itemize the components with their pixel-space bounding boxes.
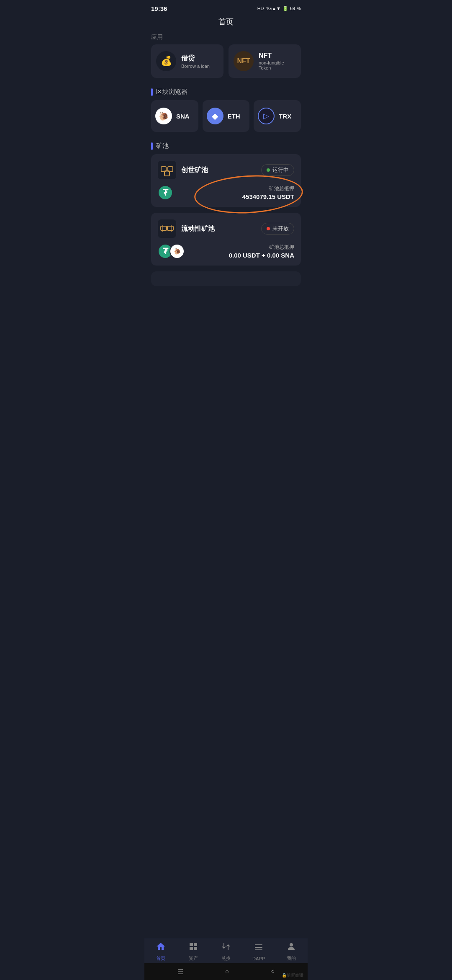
borrow-icon: 💰 (156, 51, 176, 71)
liquidity-pool-header: 流动性矿池 未开放 (158, 219, 294, 238)
genesis-pool-body: ₮ 矿池总抵押 4534079.15 USDT (158, 185, 294, 200)
liquidity-pool-body: ₮ 🐌 矿池总抵押 0.00 USDT + 0.00 SNA (158, 244, 294, 259)
nft-title: NFT (259, 52, 296, 59)
status-bar: 19:36 HD 4G▲▼ 🔋 69 % (144, 0, 308, 15)
borrow-card[interactable]: 💰 借贷 Borrow a loan (151, 44, 223, 78)
liquidity-total-label: 矿池总抵押 (229, 244, 294, 251)
app-cards-row: 💰 借贷 Borrow a loan NFT NFT non-fungible … (144, 44, 308, 85)
genesis-total-value: 4534079.15 USDT (242, 193, 294, 200)
hd-icon: HD (257, 6, 264, 11)
sna-icon: 🐌 (155, 108, 172, 124)
sna-token-icon: 🐌 (170, 244, 185, 259)
blockchain-cards-row: 🐌 SNA ◆ ETH ▷ TRX (144, 100, 308, 139)
borrow-title: 借贷 (181, 54, 210, 63)
trx-label: TRX (279, 113, 291, 120)
genesis-pool-status: 运行中 (261, 164, 294, 176)
liquidity-pool-total: 矿池总抵押 0.00 USDT + 0.00 SNA (229, 244, 294, 259)
pool-section: 创世矿池 运行中 ₮ 矿池总抵押 4534079.15 USDT (144, 154, 308, 286)
partial-section-label: 应用 (144, 32, 308, 44)
svg-rect-3 (161, 226, 167, 230)
blockchain-section-label: 区块浏览器 (144, 85, 308, 100)
genesis-pool-header: 创世矿池 运行中 (158, 161, 294, 179)
eth-icon: ◆ (207, 108, 223, 124)
sna-label: SNA (176, 113, 190, 120)
liquidity-total-value: 0.00 USDT + 0.00 SNA (229, 252, 294, 259)
liquidity-pool-status: 未开放 (261, 223, 294, 235)
genesis-pool-name: 创世矿池 (181, 166, 208, 175)
genesis-status-dot (267, 168, 270, 172)
status-icons: HD 4G▲▼ 🔋 69 % (257, 6, 301, 11)
trx-blockchain-card[interactable]: ▷ TRX (254, 100, 301, 132)
battery-icon: 🔋 (282, 6, 288, 11)
mining-section-label: 矿池 (144, 139, 308, 154)
nft-icon: NFT (234, 51, 254, 71)
genesis-pool-icon (158, 161, 176, 179)
sna-blockchain-card[interactable]: 🐌 SNA (151, 100, 198, 132)
genesis-token-icons: ₮ (158, 185, 173, 200)
liquidity-status-dot (267, 227, 270, 230)
liquidity-pool-name: 流动性矿池 (181, 224, 215, 233)
eth-label: ETH (228, 113, 240, 120)
signal-icon: 4G▲▼ (266, 6, 281, 11)
genesis-pool-total: 矿池总抵押 4534079.15 USDT (242, 185, 294, 200)
partial-pool-card (151, 271, 301, 286)
liquidity-pool-card[interactable]: 流动性矿池 未开放 ₮ 🐌 矿池总抵押 0.00 USDT + 0.00 SNA (151, 213, 301, 266)
usdt-token-icon: ₮ (158, 185, 173, 200)
page-title: 首页 (144, 15, 308, 32)
battery-level: 69 (290, 6, 295, 11)
svg-rect-4 (167, 226, 173, 230)
trx-icon: ▷ (258, 108, 275, 124)
eth-blockchain-card[interactable]: ◆ ETH (203, 100, 250, 132)
borrow-subtitle: Borrow a loan (181, 64, 210, 69)
genesis-total-label: 矿池总抵押 (242, 185, 294, 192)
liquidity-token-icons: ₮ 🐌 (158, 244, 185, 259)
nft-subtitle: non-fungible Token (259, 60, 296, 70)
liquidity-pool-icon (158, 219, 176, 238)
status-time: 19:36 (151, 5, 167, 12)
genesis-pool-card[interactable]: 创世矿池 运行中 ₮ 矿池总抵押 4534079.15 USDT (151, 154, 301, 207)
nft-card[interactable]: NFT NFT non-fungible Token (229, 44, 301, 78)
